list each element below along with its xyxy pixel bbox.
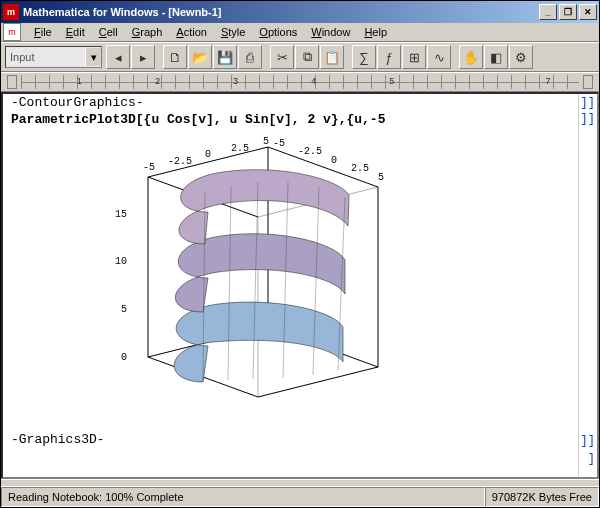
function-button[interactable]: ƒ	[377, 45, 401, 69]
app-icon: m	[3, 4, 19, 20]
menu-edit[interactable]: Edit	[59, 25, 92, 39]
nav-next-button[interactable]: ▸	[131, 45, 155, 69]
menu-action[interactable]: Action	[169, 25, 214, 39]
graphics-button[interactable]: ◧	[484, 45, 508, 69]
svg-text:-5: -5	[273, 138, 285, 149]
restore-button[interactable]: ❐	[559, 4, 577, 20]
open-button[interactable]: 📂	[188, 45, 212, 69]
new-button[interactable]: 🗋	[163, 45, 187, 69]
style-select[interactable]: Input ▾	[5, 46, 102, 68]
style-select-label: Input	[6, 51, 85, 63]
splitter[interactable]	[1, 479, 599, 486]
svg-text:15: 15	[115, 209, 127, 220]
app-window: m Mathematica for Windows - [Newnb-1] _ …	[0, 0, 600, 508]
output-tag-graphics3d: -Graphics3D-	[3, 431, 597, 448]
minimize-button[interactable]: _	[539, 4, 557, 20]
window-title: Mathematica for Windows - [Newnb-1]	[23, 6, 539, 18]
svg-text:0: 0	[331, 155, 337, 166]
svg-text:10: 10	[115, 256, 127, 267]
matrix-button[interactable]: ⊞	[402, 45, 426, 69]
copy-button[interactable]: ⧉	[295, 45, 319, 69]
nav-prev-button[interactable]: ◂	[106, 45, 130, 69]
svg-line-8	[253, 182, 258, 379]
svg-line-7	[228, 187, 231, 380]
titlebar[interactable]: m Mathematica for Windows - [Newnb-1] _ …	[1, 1, 599, 23]
paste-button[interactable]: 📋	[320, 45, 344, 69]
menu-cell[interactable]: Cell	[92, 25, 125, 39]
system-menu-icon[interactable]: m	[3, 23, 21, 41]
svg-text:5: 5	[121, 304, 127, 315]
svg-text:-2.5: -2.5	[298, 146, 322, 157]
toolbar: Input ▾ ◂ ▸ 🗋 📂 💾 ⎙ ✂ ⧉ 📋 ∑ ƒ ⊞ ∿ ✋ ◧ ⚙	[1, 42, 599, 72]
input-cell-code[interactable]: ParametricPlot3D[{u Cos[v], u Sin[v], 2 …	[3, 111, 597, 128]
menu-help[interactable]: Help	[357, 25, 394, 39]
cut-button[interactable]: ✂	[270, 45, 294, 69]
menu-options[interactable]: Options	[252, 25, 304, 39]
status-right: 970872K Bytes Free	[485, 487, 599, 507]
svg-text:0: 0	[121, 352, 127, 363]
menu-graph[interactable]: Graph	[125, 25, 170, 39]
print-button[interactable]: ⎙	[238, 45, 262, 69]
eval-button[interactable]: ∑	[352, 45, 376, 69]
plot3d-output: 0 5 10 15 -5 -2.5 0 2.5 5 -5 -2.5 0 2.5 …	[53, 132, 413, 427]
svg-text:2.5: 2.5	[351, 163, 369, 174]
svg-text:0: 0	[205, 149, 211, 160]
svg-text:5: 5	[263, 136, 269, 147]
menu-window[interactable]: Window	[304, 25, 357, 39]
right-margin-marker[interactable]	[583, 75, 593, 89]
ruler[interactable]: 1 2 3 4 5 7	[1, 72, 599, 92]
palette-button[interactable]: ✋	[459, 45, 483, 69]
svg-text:2.5: 2.5	[231, 143, 249, 154]
svg-line-9	[283, 182, 288, 378]
svg-text:-5: -5	[143, 162, 155, 173]
menu-style[interactable]: Style	[214, 25, 252, 39]
menubar: m File Edit Cell Graph Action Style Opti…	[1, 23, 599, 42]
svg-text:5: 5	[378, 172, 384, 183]
menu-file[interactable]: File	[27, 25, 59, 39]
status-left: Reading Notebook: 100% Complete	[1, 487, 485, 507]
statusbar: Reading Notebook: 100% Complete 970872K …	[1, 486, 599, 507]
notebook-area[interactable]: -ContourGraphics- ParametricPlot3D[{u Co…	[1, 92, 599, 479]
close-button[interactable]: ✕	[579, 4, 597, 20]
cell-bracket-column[interactable]: ]] ]] ]] ]	[578, 94, 597, 477]
chevron-down-icon: ▾	[85, 48, 101, 66]
save-button[interactable]: 💾	[213, 45, 237, 69]
plot-button[interactable]: ∿	[427, 45, 451, 69]
output-tag-contour: -ContourGraphics-	[3, 94, 597, 111]
settings-button[interactable]: ⚙	[509, 45, 533, 69]
svg-text:-2.5: -2.5	[168, 156, 192, 167]
left-margin-marker[interactable]	[7, 75, 17, 89]
